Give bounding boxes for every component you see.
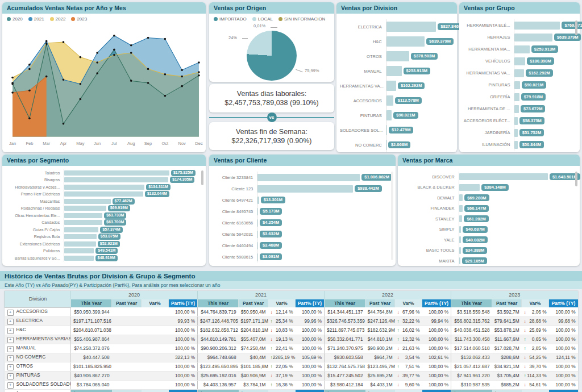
bar[interactable] [459,247,461,254]
data-point-2020[interactable] [63,123,65,125]
bar[interactable] [459,236,462,243]
legend-item[interactable]: 2020 [7,16,23,22]
bar[interactable] [459,205,463,212]
data-point-2021[interactable] [28,64,31,66]
data-point-2020[interactable] [198,74,200,77]
data-point-2022[interactable] [198,71,200,73]
year-header[interactable]: 2020 [71,291,198,299]
bar[interactable] [514,69,524,77]
bar[interactable] [386,36,425,47]
legend-item[interactable]: 2022 [50,16,66,22]
bar[interactable] [64,185,144,190]
data-point-2022[interactable] [113,54,115,56]
data-point-2021[interactable] [63,78,65,81]
bar[interactable] [459,194,463,201]
bar[interactable] [386,95,393,106]
data-point-2020[interactable] [130,80,132,82]
year-header[interactable]: 2021 [198,291,325,299]
column-header-var[interactable]: Var% [268,299,296,308]
bar[interactable] [64,248,94,253]
data-point-2022[interactable] [28,68,31,70]
bar[interactable] [386,22,436,32]
expand-icon[interactable]: + [7,310,14,316]
column-header-ty[interactable]: This Year [451,299,492,308]
data-point-2022[interactable] [164,73,167,76]
table-row[interactable]: +H&C$204.810.071.038100,00 %$182.632.858… [5,326,578,335]
data-point-2023[interactable] [45,76,48,78]
column-header-py[interactable]: Past Year [239,299,268,308]
table-row[interactable]: +MANUAL$74.258.372.076100,00 %$90.900.20… [5,344,578,353]
bar[interactable] [64,177,168,182]
data-point-2022[interactable] [147,68,149,70]
scrollbar-thumb[interactable] [575,172,577,186]
column-header-py[interactable]: Past Year [492,299,522,308]
expand-icon[interactable]: + [7,364,14,370]
column-header-var[interactable]: Var% [522,299,549,308]
bar[interactable] [514,34,552,41]
bar[interactable] [514,141,517,149]
bar[interactable] [64,256,93,261]
legend-item[interactable]: IMPORTADO [214,16,247,22]
data-point-2021[interactable] [79,83,81,85]
data-point-2022[interactable] [79,56,81,59]
column-header-py[interactable]: Past Year [112,299,142,308]
data-point-2021[interactable] [130,44,132,47]
data-point-2022[interactable] [11,77,14,79]
bar[interactable] [386,110,392,120]
table-row[interactable]: +SOLDADORES SOLDADURA$3.784.065.040100,0… [5,380,578,389]
bar[interactable] [386,66,402,76]
data-point-2022[interactable] [96,61,98,64]
data-point-2021[interactable] [45,40,48,42]
bar[interactable] [257,253,258,261]
bar[interactable] [64,241,96,247]
table-row[interactable]: +OTROS$101.185.825.950100,00 %$123.495.6… [5,362,578,371]
bar[interactable] [257,185,353,193]
bar[interactable] [64,191,143,197]
legend-item[interactable]: LOCAL [252,16,273,22]
data-point-2021[interactable] [11,82,14,84]
data-point-2022[interactable] [130,52,132,54]
year-header[interactable]: 2022 [325,291,451,299]
bar[interactable] [386,81,396,91]
bar[interactable] [459,226,462,233]
bar[interactable] [64,170,169,176]
data-point-2020[interactable] [79,98,81,101]
bar[interactable] [257,231,258,238]
column-header-ty[interactable]: This Year [325,299,365,308]
bar[interactable] [64,227,98,232]
bar[interactable] [514,105,519,113]
bar[interactable] [386,51,409,61]
scrollbar-thumb[interactable] [575,20,577,35]
column-header-part[interactable]: Part% (TY) [169,299,198,308]
expand-icon[interactable]: + [7,346,14,352]
bar[interactable] [459,257,461,264]
bar[interactable] [514,93,519,101]
column-header-var[interactable]: Var% [395,299,422,308]
column-header-ty[interactable]: This Year [198,299,239,308]
bar[interactable] [257,242,258,249]
bar[interactable] [459,184,480,191]
expand-icon[interactable]: + [7,328,14,334]
bar[interactable] [257,219,258,227]
bar[interactable] [386,125,387,135]
data-point-2022[interactable] [63,41,65,43]
bar[interactable] [514,117,518,125]
data-point-2023[interactable] [28,89,31,91]
expand-icon[interactable]: + [7,373,14,380]
scrollbar-thumb[interactable] [201,170,203,185]
bar[interactable] [514,129,517,137]
legend-item[interactable]: 2021 [28,16,44,22]
area-chart[interactable]: JanFebMarAprMayJunJulAugSepOctNovDec [5,23,203,151]
expand-icon[interactable]: + [7,319,14,325]
table-row[interactable]: +NO COMERC$40.447.508322,13 %$964.748.66… [5,353,578,362]
data-point-2021[interactable] [164,38,167,40]
column-header-ty[interactable]: This Year [71,299,112,308]
bar[interactable] [64,213,102,218]
data-point-2021[interactable] [181,69,183,71]
bar[interactable] [64,234,97,239]
bar[interactable] [257,208,258,215]
data-point-2021[interactable] [113,35,115,37]
column-header-part[interactable]: Part% (TY) [422,299,451,308]
bar[interactable] [514,57,525,65]
legend-item[interactable]: SIN INFORMACION [278,16,325,22]
